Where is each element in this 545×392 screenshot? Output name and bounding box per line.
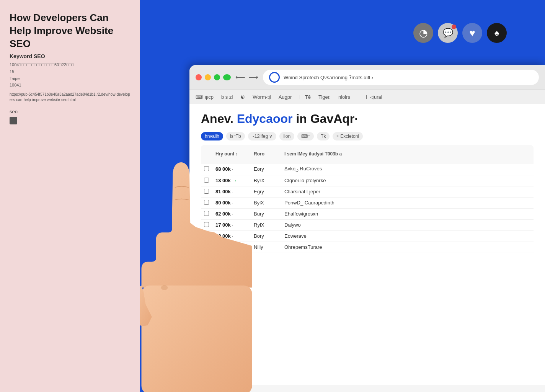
table-row[interactable]: 13 00k → ByrX CIqnei-lo ptolynrke xyxy=(201,175,534,186)
bookmark-te[interactable]: ⊢ Tē xyxy=(299,94,311,100)
row-check[interactable] xyxy=(201,198,212,208)
row-check[interactable] xyxy=(201,253,212,264)
row-c6 xyxy=(419,223,442,227)
bookmark-augpr[interactable]: Augpr xyxy=(279,94,292,100)
row-desc: PonwD_ Caurapedinth xyxy=(281,198,350,208)
table-row[interactable]: 81 00k · Egry CIlarsinal Ljeper xyxy=(201,186,534,198)
table-row[interactable]: 68 00k · Eory ΔvkeD RuCroves xyxy=(201,163,534,175)
bookmark-1[interactable]: ⌨ ψcp xyxy=(196,94,214,100)
row-check[interactable] xyxy=(201,209,212,219)
row-desc: CIqnei-lo ptolynrke xyxy=(281,175,350,186)
bookmark-label-nloirs: nloirs xyxy=(338,94,350,100)
row-c6 xyxy=(419,201,442,205)
bookmark-3[interactable]: ☯ xyxy=(240,94,245,100)
row-vol: 68 00k · xyxy=(212,164,251,174)
back-icon[interactable]: ⟵ xyxy=(235,73,245,82)
row-c6 xyxy=(419,167,442,172)
filter-row: hnvalih ls⁻Tb ~12lifeg ∨ lion ⌨⁻ Tk ≈ Ex… xyxy=(201,132,534,140)
row-check[interactable] xyxy=(201,186,212,197)
col-volume[interactable]: Hry ounI ↕ xyxy=(212,149,251,159)
row-roro: Eory xyxy=(251,164,281,174)
app-icon-4[interactable]: ♠ xyxy=(487,23,507,43)
close-button[interactable] xyxy=(196,74,202,80)
address-bar[interactable]: Wnind Sprotech Qvsarroning ʔmats αitl › xyxy=(263,70,539,85)
col-description[interactable]: I sem IMey iludyai T003b a xyxy=(281,149,350,159)
address-text: Wnind Sprotech Qvsarroning ʔmats αitl › xyxy=(284,75,533,80)
row-c4 xyxy=(350,223,373,227)
col-5 xyxy=(373,149,419,159)
bookmark-worm[interactable]: Worm◁i xyxy=(253,94,271,100)
table-row[interactable]: 17 00k · RylX Dalywo xyxy=(201,220,534,231)
filter-keyboard[interactable]: ⌨⁻ xyxy=(297,132,314,140)
page-title-blue: Edycaoor xyxy=(237,112,293,126)
bookmark-label-rural: ⊢◁ural xyxy=(366,94,382,100)
bookmark-label-te: ⊢ Tē xyxy=(299,94,311,100)
bookmark-label-worm: Worm◁i xyxy=(253,94,271,100)
fullscreen-button[interactable] xyxy=(223,74,231,80)
filter-tk[interactable]: Tk xyxy=(317,132,330,140)
article-url[interactable]: https://pub-5c454f571b8e40a3a2aad27ade84… xyxy=(10,92,130,103)
row-check[interactable] xyxy=(201,231,212,242)
table-row[interactable]: 32 00k · Bory Eowerave xyxy=(201,231,534,242)
browser-window: ⟵ ⟶ Wnind Sprotech Qvsarroning ʔmats αit… xyxy=(189,65,545,392)
filter-hnvalih[interactable]: hnvalih xyxy=(201,132,223,140)
row-c5 xyxy=(373,178,419,183)
filter-lstb[interactable]: ls⁻Tb xyxy=(226,132,245,140)
row-c5 xyxy=(373,167,419,172)
data-table: Hry ounI ↕ Roro I sem IMey iludyai T003b… xyxy=(201,145,534,264)
row-vol: S0 00k · xyxy=(212,242,251,252)
forward-icon[interactable]: ⟶ xyxy=(248,73,258,82)
row-c4 xyxy=(350,189,373,194)
maximize-button[interactable] xyxy=(214,74,220,80)
row-c5 xyxy=(373,189,419,194)
bookmark-label-1: ψcp xyxy=(205,94,214,100)
row-desc: Dalywo xyxy=(281,220,350,230)
row-c7 xyxy=(442,256,492,261)
bookmark-icon-1: ⌨ xyxy=(196,94,203,100)
browser-logo xyxy=(269,72,280,83)
table-row[interactable]: 62 00k · Bury Ehalfowigrosxn xyxy=(201,209,534,220)
bookmark-2[interactable]: b s zi xyxy=(221,94,233,100)
filter-lion[interactable]: lion xyxy=(279,132,294,140)
row-roro: ByrX xyxy=(251,175,281,186)
app-icon-1[interactable]: ◔ xyxy=(413,23,433,43)
tag-icon xyxy=(10,117,17,124)
bookmark-nloirs[interactable]: nloirs xyxy=(338,94,350,100)
col-check xyxy=(201,149,212,159)
row-c4 xyxy=(350,234,373,238)
bookmark-label-tiger: Tiger. xyxy=(318,94,331,100)
row-roro: Bury xyxy=(251,209,281,219)
row-c4 xyxy=(350,167,373,172)
row-c5 xyxy=(373,256,419,261)
col-4 xyxy=(350,149,373,159)
row-c7 xyxy=(442,201,492,205)
table-row[interactable]: 80 00k · BylX PonwD_ Caurapedinth xyxy=(201,198,534,209)
bookmark-tiger[interactable]: Tiger. xyxy=(318,94,331,100)
minimize-button[interactable] xyxy=(205,74,211,80)
row-c4 xyxy=(350,212,373,216)
row-c7 xyxy=(442,189,492,194)
keyword-label: Keyword SEO xyxy=(10,53,130,59)
top-icons-row: ◔ 💬 ♥ ♠ xyxy=(413,23,507,43)
browser-content: Anev. Edycaoor in GavAqr· hnvalih ls⁻Tb … xyxy=(189,104,545,385)
row-check[interactable] xyxy=(201,220,212,230)
row-check[interactable] xyxy=(201,242,212,253)
row-c5 xyxy=(373,223,419,227)
svg-point-1 xyxy=(161,285,168,290)
row-check[interactable] xyxy=(201,175,212,186)
row-roro: BylX xyxy=(251,198,281,208)
bookmark-rural[interactable]: ⊢◁ural xyxy=(366,94,382,100)
filter-12lifeg[interactable]: ~12lifeg ∨ xyxy=(248,132,277,140)
row-vol: 13 00k → xyxy=(212,175,251,186)
app-icon-2[interactable]: 💬 xyxy=(438,23,458,43)
row-desc: OhrepemsTurare xyxy=(281,242,350,252)
filter-excietoni[interactable]: ≈ Excietoni xyxy=(333,132,363,140)
col-roro[interactable]: Roro xyxy=(251,149,281,159)
table-row[interactable]: S0 00k · Nilly OhrepemsTurare xyxy=(201,242,534,253)
row-vol: 80 00k · xyxy=(212,198,251,208)
row-check[interactable] xyxy=(201,164,212,175)
page-title-part2: in GavAqr· xyxy=(292,112,358,126)
bookmark-icon-3: ☯ xyxy=(240,94,245,100)
app-icon-3[interactable]: ♥ xyxy=(462,23,482,43)
table-row[interactable]: 6F 00k · xyxy=(201,253,534,264)
